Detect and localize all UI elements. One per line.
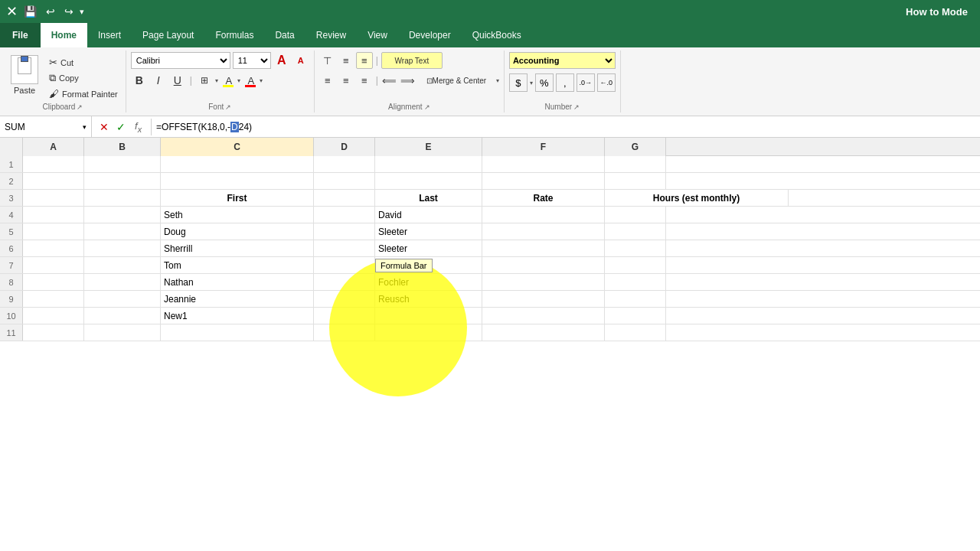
- align-left-button[interactable]: ≡: [319, 72, 336, 89]
- indent-increase-button[interactable]: ⟹: [400, 72, 416, 89]
- align-center-button[interactable]: ≡: [338, 72, 354, 89]
- highlight-dropdown[interactable]: ▾: [237, 77, 240, 84]
- col-header-f[interactable]: F: [482, 138, 605, 156]
- cell-f4[interactable]: [482, 207, 605, 223]
- confirm-formula-button[interactable]: ✓: [113, 119, 129, 135]
- cell-b8[interactable]: [84, 274, 161, 290]
- comma-format-button[interactable]: ,: [556, 73, 574, 92]
- format-painter-button[interactable]: 🖌 Format Painter: [46, 86, 121, 101]
- cell-d9[interactable]: [314, 291, 375, 307]
- cell-a9[interactable]: [23, 291, 84, 307]
- cut-button[interactable]: ✂ Cut: [46, 55, 121, 70]
- cell-d1[interactable]: [314, 156, 375, 172]
- cell-f3[interactable]: Rate: [482, 190, 605, 206]
- cell-g10[interactable]: [605, 308, 666, 324]
- font-name-select[interactable]: Calibri Arial Times New Roman: [131, 52, 230, 69]
- cell-f10[interactable]: [482, 308, 605, 324]
- tab-data[interactable]: Data: [264, 23, 305, 47]
- indent-decrease-button[interactable]: ⟸: [381, 72, 398, 89]
- decrease-decimal-button[interactable]: ←.0: [597, 73, 616, 92]
- cell-a11[interactable]: [23, 324, 84, 341]
- cell-g4[interactable]: [605, 207, 666, 223]
- cell-a2[interactable]: [23, 173, 84, 189]
- cell-d3[interactable]: [314, 190, 375, 206]
- cell-d2[interactable]: [314, 173, 375, 189]
- cell-a4[interactable]: [23, 207, 84, 223]
- highlight-button[interactable]: A: [220, 72, 237, 89]
- cell-f5[interactable]: [482, 223, 605, 240]
- cell-d8[interactable]: [314, 274, 375, 290]
- cell-b6[interactable]: [84, 240, 161, 256]
- cell-f2[interactable]: [482, 173, 605, 189]
- align-middle-button[interactable]: ≡: [338, 52, 354, 69]
- tab-developer[interactable]: Developer: [398, 23, 462, 47]
- cell-c5[interactable]: Doug: [161, 223, 314, 240]
- tab-insert[interactable]: Insert: [87, 23, 132, 47]
- col-header-d[interactable]: D: [314, 138, 375, 156]
- font-expander[interactable]: ↗: [225, 103, 231, 111]
- percent-format-button[interactable]: %: [535, 73, 554, 92]
- cell-f9[interactable]: [482, 291, 605, 307]
- bold-button[interactable]: B: [131, 72, 148, 89]
- cell-c1[interactable]: [161, 156, 314, 172]
- save-button[interactable]: 💾: [21, 4, 40, 19]
- font-shrink-button[interactable]: A: [292, 52, 309, 69]
- redo-button[interactable]: ↪: [61, 4, 77, 19]
- cell-g3[interactable]: Hours (est monthly): [605, 190, 789, 206]
- cell-c7[interactable]: Tom: [161, 257, 314, 273]
- number-format-select[interactable]: Accounting General Number Currency Short…: [509, 52, 616, 69]
- tab-review[interactable]: Review: [305, 23, 357, 47]
- insert-function-button[interactable]: fx: [130, 120, 146, 134]
- italic-button[interactable]: I: [150, 72, 167, 89]
- dollar-dropdown[interactable]: ▾: [530, 80, 533, 86]
- cell-g8[interactable]: [605, 274, 666, 290]
- cell-d6[interactable]: [314, 240, 375, 256]
- cell-a1[interactable]: [23, 156, 84, 172]
- cell-e3[interactable]: Last: [375, 190, 482, 206]
- cell-c8[interactable]: Nathan: [161, 274, 314, 290]
- cell-a3[interactable]: [23, 190, 84, 206]
- copy-button[interactable]: ⧉ Copy: [46, 70, 121, 86]
- cell-e11[interactable]: [375, 324, 482, 341]
- cell-b10[interactable]: [84, 308, 161, 324]
- align-right-button[interactable]: ≡: [356, 72, 373, 89]
- align-bottom-button[interactable]: ≡: [356, 52, 373, 69]
- cell-f7[interactable]: [482, 257, 605, 273]
- cell-a10[interactable]: [23, 308, 84, 324]
- cell-f6[interactable]: [482, 240, 605, 256]
- tab-quickbooks[interactable]: QuickBooks: [462, 23, 532, 47]
- cell-g1[interactable]: [605, 156, 666, 172]
- cell-c6[interactable]: Sherrill: [161, 240, 314, 256]
- name-box-arrow[interactable]: ▾: [83, 123, 87, 131]
- cell-e6[interactable]: Sleeter: [375, 240, 482, 256]
- cell-e10[interactable]: [375, 308, 482, 324]
- cell-e4[interactable]: David: [375, 207, 482, 223]
- align-top-button[interactable]: ⊤: [319, 52, 336, 69]
- wrap-text-button[interactable]: Wrap Text: [381, 52, 443, 69]
- merge-center-button[interactable]: ⊡ Merge & Center: [418, 72, 495, 89]
- paste-button[interactable]: Paste: [5, 52, 44, 98]
- cell-a8[interactable]: [23, 274, 84, 290]
- cell-f1[interactable]: [482, 156, 605, 172]
- font-grow-button[interactable]: A: [273, 52, 290, 69]
- cell-f8[interactable]: [482, 274, 605, 290]
- col-header-e[interactable]: E: [375, 138, 482, 156]
- qa-dropdown[interactable]: ▾: [80, 7, 84, 17]
- tab-view[interactable]: View: [357, 23, 398, 47]
- cell-d5[interactable]: [314, 223, 375, 240]
- cell-g6[interactable]: [605, 240, 666, 256]
- cell-c10[interactable]: New1: [161, 308, 314, 324]
- formula-input[interactable]: =OFFSET(K18,0,-D24): [152, 122, 980, 132]
- cell-g9[interactable]: [605, 291, 666, 307]
- cell-a6[interactable]: [23, 240, 84, 256]
- tab-file[interactable]: File: [0, 23, 41, 47]
- dollar-format-button[interactable]: $: [509, 73, 528, 92]
- cell-e5[interactable]: Sleeter: [375, 223, 482, 240]
- tab-home[interactable]: Home: [41, 23, 87, 47]
- tab-formulas[interactable]: Formulas: [204, 23, 264, 47]
- cell-b4[interactable]: [84, 207, 161, 223]
- cell-e9[interactable]: Reusch: [375, 291, 482, 307]
- border-dropdown[interactable]: ▾: [215, 77, 218, 84]
- merge-dropdown[interactable]: ▾: [496, 77, 499, 84]
- cell-c2[interactable]: [161, 173, 314, 189]
